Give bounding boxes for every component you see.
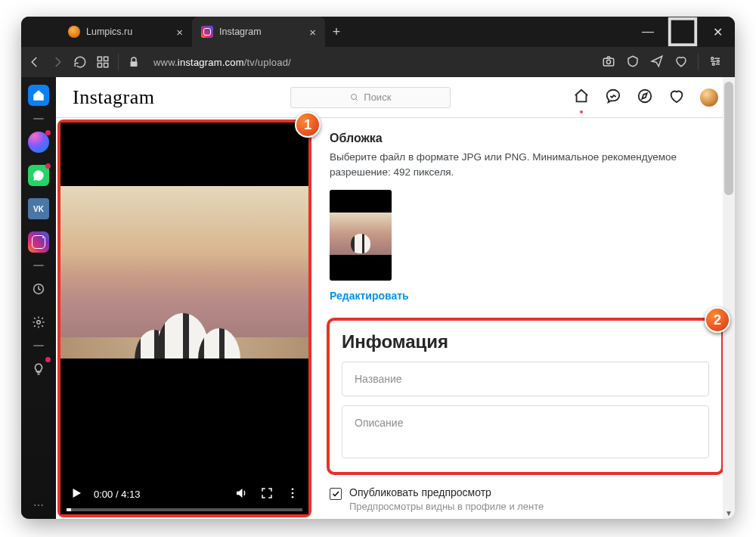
opera-sidebar: VK ⋯ xyxy=(21,77,56,519)
tab-label: Instagram xyxy=(219,26,262,37)
sidebar-instagram[interactable] xyxy=(28,231,49,253)
preview-row: Опубликовать предпросмотр Предпросмотры … xyxy=(330,486,721,512)
heart-icon[interactable] xyxy=(674,54,689,69)
cover-section: Обложка Выберите файл в формате JPG или … xyxy=(330,132,721,303)
address-bar-actions xyxy=(601,54,729,70)
video-preview: 0:00 / 4:13 1 xyxy=(60,123,308,514)
sidebar-more[interactable]: ⋯ xyxy=(33,499,46,511)
svg-marker-19 xyxy=(642,93,646,98)
sidebar-divider xyxy=(33,345,44,346)
nav-activity[interactable] xyxy=(668,88,685,107)
tab-label: Lumpics.ru xyxy=(86,26,132,37)
nav-forward-button[interactable] xyxy=(50,54,65,70)
video-more-button[interactable] xyxy=(286,486,299,502)
svg-rect-1 xyxy=(98,57,101,61)
sidebar-history[interactable] xyxy=(28,278,49,300)
preview-checkbox[interactable] xyxy=(330,488,342,500)
speed-dial-icon[interactable] xyxy=(95,54,110,70)
sidebar-settings[interactable] xyxy=(28,312,49,333)
sidebar-hint[interactable] xyxy=(28,359,49,380)
preview-sub: Предпросмотры видны в профиле и ленте xyxy=(349,501,544,512)
info-heading: Инфомация xyxy=(342,331,709,352)
search-placeholder: Поиск xyxy=(364,92,391,103)
instagram-header: Instagram Поиск xyxy=(56,77,735,118)
scrollbar[interactable]: ▲ ▼ xyxy=(723,77,735,519)
svg-point-12 xyxy=(712,63,714,65)
search-icon xyxy=(350,93,359,102)
search-input[interactable]: Поиск xyxy=(290,87,451,108)
svg-rect-5 xyxy=(131,61,138,67)
svg-line-17 xyxy=(356,98,358,101)
sidebar-workspace[interactable] xyxy=(28,85,49,106)
scroll-thumb[interactable] xyxy=(724,82,733,195)
window-close[interactable]: ✕ xyxy=(700,17,735,47)
progress-bar[interactable] xyxy=(67,508,302,511)
svg-point-21 xyxy=(292,488,294,490)
title-field[interactable]: Название xyxy=(342,362,709,396)
svg-rect-4 xyxy=(104,64,108,67)
nav-explore[interactable] xyxy=(637,88,653,107)
instagram-nav xyxy=(573,88,718,107)
sidebar-divider xyxy=(33,118,44,120)
url-text[interactable]: www.instagram.com/tv/upload/ xyxy=(149,57,593,68)
cover-help: Выберите файл в формате JPG или PNG. Мин… xyxy=(330,150,721,179)
annotation-1: 1 xyxy=(295,112,321,138)
close-icon[interactable]: × xyxy=(176,26,183,39)
lock-icon[interactable] xyxy=(126,54,141,70)
new-tab-button[interactable]: + xyxy=(325,17,348,47)
url-path: /tv/upload/ xyxy=(244,57,291,68)
info-section: Инфомация Название Описание 2 xyxy=(330,321,721,472)
mute-button[interactable] xyxy=(234,486,248,502)
browser-body: VK ⋯ Instagram Поиск xyxy=(21,77,735,519)
sidebar-divider xyxy=(33,265,44,266)
send-icon[interactable] xyxy=(649,54,665,69)
window-controls: — ✕ xyxy=(631,17,735,47)
preview-label: Опубликовать предпросмотр xyxy=(349,486,491,498)
svg-rect-3 xyxy=(98,64,101,67)
video-time: 0:00 / 4:13 xyxy=(94,489,140,500)
scroll-down-icon[interactable]: ▼ xyxy=(723,507,735,519)
play-button[interactable] xyxy=(70,486,83,502)
easy-setup-icon[interactable] xyxy=(708,54,723,69)
description-field[interactable]: Описание xyxy=(342,405,709,458)
instagram-logo[interactable]: Instagram xyxy=(73,86,154,109)
adblock-icon[interactable] xyxy=(625,54,640,69)
svg-point-18 xyxy=(639,89,652,102)
tab-lumpics[interactable]: Lumpics.ru × xyxy=(59,17,192,47)
snapshot-icon[interactable] xyxy=(601,54,616,69)
tab-strip: Lumpics.ru × Instagram × + xyxy=(21,17,631,47)
cover-thumbnail[interactable] xyxy=(330,190,392,281)
svg-point-16 xyxy=(352,94,357,99)
edit-cover-link[interactable]: Редактировать xyxy=(330,290,409,302)
favicon-instagram xyxy=(201,26,213,38)
cover-heading: Обложка xyxy=(330,132,721,145)
svg-point-22 xyxy=(292,492,294,494)
tab-instagram[interactable]: Instagram × xyxy=(192,17,325,47)
svg-marker-20 xyxy=(73,489,82,498)
nav-home[interactable] xyxy=(573,88,590,107)
nav-back-button[interactable] xyxy=(27,54,42,70)
upload-layout: 0:00 / 4:13 1 Обложка xyxy=(56,118,735,519)
sidebar-vk[interactable]: VK xyxy=(28,198,49,219)
video-frame xyxy=(60,123,308,514)
fullscreen-button[interactable] xyxy=(260,486,274,502)
window-minimize[interactable]: — xyxy=(631,17,665,47)
svg-point-23 xyxy=(292,495,294,498)
sidebar-whatsapp[interactable] xyxy=(28,165,49,186)
browser-window: Lumpics.ru × Instagram × + — ✕ www.inst xyxy=(21,17,735,519)
window-maximize[interactable] xyxy=(665,17,700,47)
nav-avatar[interactable] xyxy=(700,88,718,107)
close-icon[interactable]: × xyxy=(309,26,316,39)
sidebar-messenger[interactable] xyxy=(28,132,49,153)
svg-point-15 xyxy=(37,321,41,324)
nav-messenger[interactable] xyxy=(605,88,621,107)
svg-point-8 xyxy=(711,57,714,60)
favicon-lumpics xyxy=(68,26,80,38)
url-prefix: www. xyxy=(153,57,178,68)
reload-button[interactable] xyxy=(73,54,88,70)
svg-rect-2 xyxy=(104,57,108,61)
svg-rect-0 xyxy=(670,19,696,45)
video-controls: 0:00 / 4:13 xyxy=(60,473,308,514)
annotation-2: 2 xyxy=(705,307,730,333)
svg-point-7 xyxy=(606,60,610,64)
